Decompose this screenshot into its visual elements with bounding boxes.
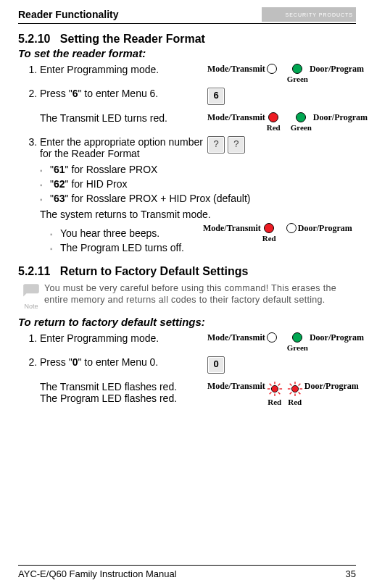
led-state-step2: Mode/Transmit Red Green Door/Program [207,112,368,132]
led-state-fd1: Mode/Transmit Green Door/Program [207,332,364,352]
led-program-green-icon [292,332,302,343]
step-1: Enter Programming mode. Mode/Transmit Gr… [40,64,356,83]
section-5-2-10-heading: 5.2.10 Setting the Reader Format [18,33,356,46]
keycap-unknown-2: ? [228,136,245,154]
fd-step-1: Enter Programming mode. Mode/Transmit Gr… [40,332,356,352]
svg-line-4 [269,384,271,386]
brand-logo: SECURITY PRODUCTS [262,7,356,22]
bullet-61: "61" for Rosslare PROX [50,164,356,175]
led-transmit-red-icon [264,223,274,233]
bullet-62: "62" for HID Prox [50,178,356,190]
led-program-green-icon [292,64,302,74]
note-block: Note You must be very careful before usi… [18,282,356,310]
svg-line-15 [289,392,291,395]
led-transmit-flash-red-icon [267,381,283,397]
return-transmit-line: The system returns to Transmit mode. [40,209,356,220]
page-header: Reader Functionality SECURITY PRODUCTS [18,7,356,24]
svg-line-13 [289,384,291,386]
step-2: Press "6" to enter Menu 6. 6 The Transmi… [40,88,356,132]
set-reader-format-subhead: To set the reader format: [18,47,356,59]
svg-line-5 [278,392,280,395]
svg-line-6 [269,392,271,395]
step-3: Enter the appropriate option number for … [40,136,356,204]
svg-line-16 [298,384,300,386]
led-program-flash-red-icon [287,381,303,397]
factory-default-steps: Enter Programming mode. Mode/Transmit Gr… [18,332,356,406]
svg-point-17 [291,385,298,392]
led-state-fd2: Mode/Transmit Re [207,381,359,406]
fd-step-2: Press "0" to enter Menu 0. 0 The Transmi… [40,356,356,406]
footer-manual-title: AYC-E/Q60 Family Instruction Manual [18,568,177,579]
led-transmit-off-icon [267,64,277,74]
svg-point-8 [271,385,278,392]
note-text: You must be very careful before using th… [44,282,356,306]
page-footer: AYC-E/Q60 Family Instruction Manual 35 [18,565,356,579]
led-transmit-red-icon [268,112,278,122]
header-title: Reader Functionality [18,9,118,20]
svg-line-14 [298,392,300,395]
bullet-led-off: The Program LED turns off. [60,242,203,253]
led-transmit-off-icon [267,332,277,343]
bullet-beeps: You hear three beeps. [60,227,203,239]
note-icon: Note [18,282,44,310]
factory-default-subhead: To return to factory default settings: [18,316,356,328]
led-state-return: Mode/Transmit Red Door/Program [203,223,356,243]
led-program-off-icon [286,223,297,233]
set-format-steps: Enter Programming mode. Mode/Transmit Gr… [18,64,356,204]
svg-line-7 [278,384,280,386]
keycap-unknown-1: ? [207,136,225,154]
section-5-2-11-heading: 5.2.11 Return to Factory Default Setting… [18,265,356,278]
led-state-step1: Mode/Transmit Green Door/Program [207,64,364,83]
led-program-green-icon [296,112,306,122]
footer-page-number: 35 [346,568,356,579]
keycap-6: 6 [207,88,225,105]
keycap-0: 0 [207,356,225,374]
bullet-63: "63" for Rosslare PROX + HID Prox (defau… [50,193,356,204]
